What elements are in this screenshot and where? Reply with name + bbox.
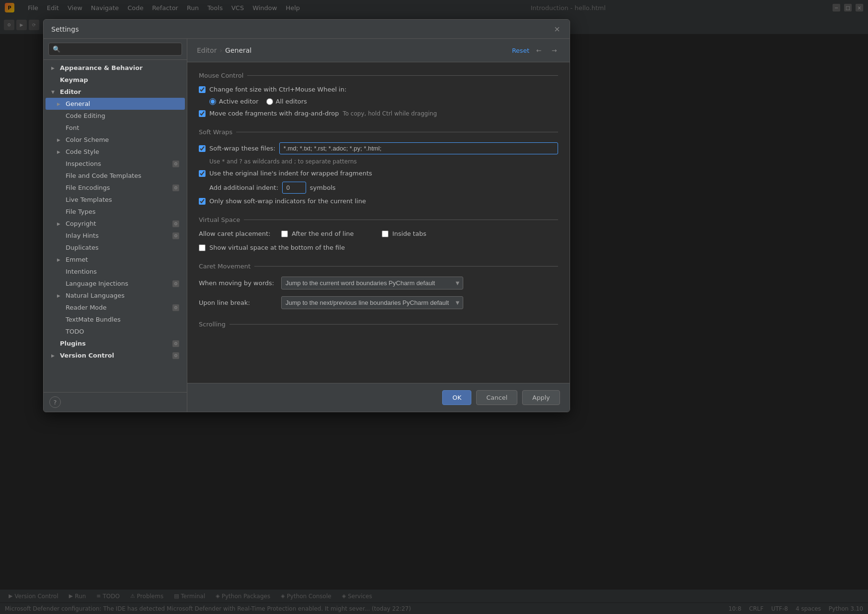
tree-label-file-encodings: File Encodings (66, 184, 110, 191)
tree-badge-plugins: ⚙ (172, 340, 179, 347)
tree-item-language-injections[interactable]: Language Injections ⚙ (46, 278, 185, 290)
tree-item-file-types[interactable]: File Types (46, 206, 185, 218)
tree-item-font[interactable]: Font (46, 122, 185, 134)
tree-label-font: Font (66, 124, 79, 131)
radio-active-editor: Active editor (209, 98, 259, 105)
dialog-footer: OK Cancel Apply (187, 383, 570, 412)
tree-item-color-scheme[interactable]: ▶ Color Scheme (46, 134, 185, 146)
radio-group-editor: Active editor All editors (199, 98, 558, 105)
tree-item-editor[interactable]: ▼ Editor (46, 86, 185, 98)
move-code-fragments-checkbox[interactable] (199, 110, 206, 117)
only-show-indicators-checkbox[interactable] (199, 198, 206, 205)
settings-left-panel: ▶ Appearance & Behavior Keymap ▼ Editor (44, 39, 187, 412)
tree-badge-language-injections: ⚙ (172, 280, 179, 287)
tree-arrow-code-style: ▶ (57, 150, 63, 154)
tree-label-version-control: Version Control (60, 352, 114, 359)
tree-arrow-emmet: ▶ (57, 257, 63, 262)
tree-item-natural-languages[interactable]: ▶ Natural Languages (46, 290, 185, 301)
tree-item-appearance[interactable]: ▶ Appearance & Behavior (46, 62, 185, 74)
use-original-indent-checkbox[interactable] (199, 170, 206, 177)
virtual-space-title: Virtual Space (199, 216, 558, 223)
tree-item-intentions[interactable]: Intentions (46, 266, 185, 278)
radio-active-editor-input[interactable] (209, 98, 216, 105)
soft-wrap-files-label: Soft-wrap these files: (209, 145, 275, 152)
tree-label-duplicates: Duplicates (66, 244, 99, 251)
move-code-fragments-row: Move code fragments with drag-and-drop T… (199, 110, 558, 117)
tree-item-plugins[interactable]: Plugins ⚙ (46, 337, 185, 349)
show-virtual-space-label: Show virtual space at the bottom of the … (209, 244, 345, 251)
use-original-indent-row: Use the original line's indent for wrapp… (199, 170, 558, 177)
add-indent-row: Add additional indent: symbols (199, 182, 558, 194)
tree-item-copyright[interactable]: ▶ Copyright ⚙ (46, 218, 185, 230)
settings-dialog: Settings × ▶ Appearance & (43, 19, 570, 412)
apply-button[interactable]: Apply (522, 390, 560, 405)
tree-label-code-editing: Code Editing (66, 112, 105, 119)
tree-label-code-style: Code Style (66, 148, 99, 155)
show-virtual-space-checkbox[interactable] (199, 244, 206, 251)
settings-search-input[interactable] (48, 43, 182, 56)
allow-caret-row: Allow caret placement: After the end of … (199, 230, 558, 237)
tree-label-plugins: Plugins (60, 340, 86, 347)
tree-item-duplicates[interactable]: Duplicates (46, 242, 185, 254)
nav-forward-button[interactable]: → (548, 45, 560, 56)
upon-line-break-dropdown-wrapper: Jump to the next/previous line boundarie… (281, 296, 463, 309)
tree-item-emmet[interactable]: ▶ Emmet (46, 254, 185, 266)
ok-button[interactable]: OK (442, 390, 471, 405)
tree-label-reader-mode: Reader Mode (66, 304, 107, 311)
tree-item-live-templates[interactable]: Live Templates (46, 194, 185, 206)
add-indent-input[interactable] (282, 182, 306, 194)
tree-badge-inlay-hints: ⚙ (172, 232, 179, 239)
tree-item-file-templates[interactable]: File and Code Templates (46, 170, 185, 182)
dialog-titlebar: Settings × (44, 20, 570, 39)
soft-wrap-files-input[interactable] (279, 142, 558, 154)
tree-label-inlay-hints: Inlay Hints (66, 232, 99, 239)
soft-wraps-section: Soft Wraps Soft-wrap these files: Use * … (199, 128, 558, 205)
tree-badge-version-control: ⚙ (172, 352, 179, 359)
after-end-of-line-checkbox[interactable] (281, 231, 288, 237)
move-code-fragments-label: Move code fragments with drag-and-drop (209, 110, 339, 117)
tree-badge-file-encodings: ⚙ (172, 185, 179, 191)
tree-item-keymap[interactable]: Keymap (46, 74, 185, 86)
breadcrumb: Editor › General (197, 46, 251, 54)
settings-tree: ▶ Appearance & Behavior Keymap ▼ Editor (44, 60, 187, 392)
soft-wrap-checkbox[interactable] (199, 145, 206, 152)
tree-item-version-control[interactable]: ▶ Version Control ⚙ (46, 349, 185, 361)
when-moving-row: When moving by words: Jump to the curren… (199, 277, 558, 290)
tree-arrow-appearance: ▶ (51, 66, 57, 70)
caret-movement-section: Caret Movement When moving by words: Jum… (199, 263, 558, 309)
modal-overlay: Settings × ▶ Appearance & (0, 0, 868, 614)
help-button[interactable]: ? (49, 396, 61, 408)
mouse-control-section: Mouse Control Change font size with Ctrl… (199, 72, 558, 117)
tree-arrow-editor: ▼ (51, 90, 57, 94)
change-font-size-checkbox[interactable] (199, 86, 206, 93)
nav-back-button[interactable]: ← (533, 45, 545, 56)
tree-label-appearance: Appearance & Behavior (60, 64, 143, 71)
when-moving-label: When moving by words: (199, 279, 275, 287)
radio-all-editors: All editors (266, 98, 307, 105)
allow-caret-label: Allow caret placement: (199, 230, 275, 237)
dialog-title: Settings (51, 25, 79, 33)
breadcrumb-parent: Editor (197, 46, 217, 54)
cancel-button[interactable]: Cancel (476, 390, 517, 405)
tree-label-todo: TODO (66, 328, 84, 335)
reset-link[interactable]: Reset (512, 47, 529, 54)
tree-item-code-editing[interactable]: Code Editing (46, 110, 185, 122)
tree-item-general[interactable]: ▶ General (46, 98, 185, 110)
tree-label-file-types: File Types (66, 208, 96, 215)
inside-tabs-label: Inside tabs (392, 230, 469, 237)
tree-label-general: General (66, 100, 90, 107)
tree-item-textmate-bundles[interactable]: TextMate Bundles (46, 313, 185, 325)
tree-item-code-style[interactable]: ▶ Code Style (46, 146, 185, 158)
tree-item-file-encodings[interactable]: File Encodings ⚙ (46, 182, 185, 194)
tree-item-inlay-hints[interactable]: Inlay Hints ⚙ (46, 230, 185, 242)
show-virtual-space-row: Show virtual space at the bottom of the … (199, 244, 558, 251)
when-moving-dropdown-wrapper: Jump to the current word boundaries PyCh… (281, 277, 463, 290)
tree-item-inspections[interactable]: Inspections ⚙ (46, 158, 185, 170)
upon-line-break-dropdown[interactable]: Jump to the next/previous line boundarie… (281, 296, 463, 309)
dialog-close-button[interactable]: × (552, 24, 562, 34)
inside-tabs-checkbox[interactable] (382, 231, 388, 237)
radio-all-editors-input[interactable] (266, 98, 273, 105)
when-moving-dropdown[interactable]: Jump to the current word boundaries PyCh… (281, 277, 463, 290)
tree-item-reader-mode[interactable]: Reader Mode ⚙ (46, 301, 185, 313)
tree-item-todo[interactable]: TODO (46, 325, 185, 337)
